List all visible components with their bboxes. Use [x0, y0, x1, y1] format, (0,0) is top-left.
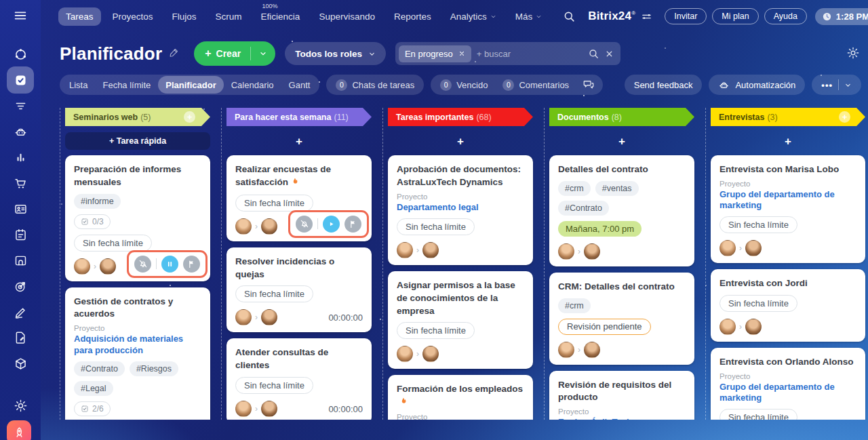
- task-card[interactable]: Entrevista con Marisa LoboProyectoGrupo …: [711, 155, 865, 263]
- sliders-icon[interactable]: [641, 11, 652, 22]
- edit-pin-icon[interactable]: [169, 47, 179, 60]
- avatar-assignee[interactable]: [422, 346, 439, 362]
- deadline-chip[interactable]: Sin fecha límite: [74, 235, 152, 252]
- column-header[interactable]: Tareas importantes(68): [388, 108, 533, 126]
- menu-item-supervisando[interactable]: Supervisando: [311, 7, 382, 26]
- board-settings-gear-icon[interactable]: [846, 46, 860, 62]
- deadline-chip[interactable]: Sin fecha límite: [235, 195, 313, 212]
- task-card[interactable]: Gestión de contratos y acuerdosProyectoA…: [65, 287, 210, 420]
- menu-item-tareas[interactable]: Tareas: [58, 7, 101, 26]
- create-dropdown-button[interactable]: [251, 49, 275, 58]
- add-card-button[interactable]: +: [457, 136, 464, 147]
- flag-button[interactable]: [183, 256, 200, 273]
- clear-search-icon[interactable]: [605, 49, 614, 58]
- tab-planificador[interactable]: Planificador: [158, 76, 223, 94]
- automation-button[interactable]: Automatización: [709, 75, 805, 95]
- menu-item-analytics[interactable]: Analytics: [443, 7, 504, 26]
- chevron-down-icon[interactable]: [844, 81, 852, 89]
- sidebar-item-feed[interactable]: [7, 93, 34, 119]
- avatar-creator[interactable]: [74, 258, 90, 275]
- column-header[interactable]: Para hacer esta semana(11): [226, 108, 372, 126]
- avatar-creator[interactable]: [235, 218, 252, 235]
- avatar-creator[interactable]: [235, 309, 252, 325]
- avatar-creator[interactable]: [719, 319, 736, 335]
- sidebar-item-copilot[interactable]: [7, 119, 34, 144]
- tab-chats-de-tareas[interactable]: 0 Chats de tareas: [328, 75, 422, 95]
- project-link[interactable]: Grupo del departamento de marketing: [719, 189, 856, 212]
- pause-timer-button[interactable]: [161, 256, 178, 273]
- avatar-creator[interactable]: [235, 401, 252, 417]
- avatar-creator[interactable]: [558, 243, 574, 260]
- tab-comentarios[interactable]: 0Comentarios: [495, 75, 576, 95]
- deadline-chip[interactable]: Sin fecha límite: [719, 295, 797, 312]
- avatar-assignee[interactable]: [100, 258, 116, 275]
- column-header[interactable]: Entrevistas(3)+: [711, 108, 865, 126]
- flag-button[interactable]: [344, 216, 361, 233]
- sidebar-item-chart[interactable]: [7, 144, 34, 170]
- menu-item-scrum[interactable]: Scrum: [208, 7, 250, 26]
- task-card[interactable]: Preparación de informes mensuales#inform…: [65, 155, 210, 281]
- sidebar-item-settings-gear[interactable]: [7, 393, 34, 418]
- deadline-chip[interactable]: Sin fecha límite: [397, 218, 475, 235]
- column-add-icon[interactable]: +: [184, 111, 195, 123]
- send-feedback-button[interactable]: Send feedback: [625, 75, 703, 95]
- sidebar-item-tasks[interactable]: [7, 66, 34, 94]
- sidebar-item-planner[interactable]: [7, 222, 34, 247]
- roles-filter-dropdown[interactable]: Todos los roles: [285, 42, 386, 65]
- clock-widget[interactable]: 1:28 PM: [815, 8, 868, 25]
- avatar-assignee[interactable]: [261, 218, 277, 235]
- avatar-assignee[interactable]: [745, 319, 762, 335]
- column-add-icon[interactable]: +: [839, 111, 850, 123]
- tab-fecha-límite[interactable]: Fecha límite: [95, 75, 158, 95]
- create-button[interactable]: + Crear: [194, 41, 275, 66]
- project-link[interactable]: Equipo ÁgileTech: [558, 417, 686, 420]
- add-card-button[interactable]: +: [785, 136, 791, 147]
- mi-plan-button[interactable]: Mi plan: [712, 8, 758, 24]
- magnifier-icon[interactable]: [588, 48, 599, 60]
- task-card[interactable]: Formación de los empleadosProyectoFormac…: [388, 375, 533, 420]
- menu-item-eficiencia[interactable]: 100%Eficiencia: [254, 7, 308, 26]
- sidebar-item-marketing-target[interactable]: [7, 273, 34, 299]
- ayuda-button[interactable]: Ayuda: [764, 8, 807, 24]
- menu-item-proyectos[interactable]: Proyectos: [105, 7, 161, 26]
- deadline-chip[interactable]: Sin fecha límite: [235, 285, 313, 302]
- task-card[interactable]: Realizar encuestas de satisfacciónSin fe…: [226, 155, 372, 241]
- deadline-chip[interactable]: Sin fecha límite: [235, 377, 313, 394]
- project-link[interactable]: Departamento legal: [397, 202, 524, 213]
- tab-vencido[interactable]: 0Vencido: [433, 75, 495, 95]
- hamburger-menu-icon[interactable]: [13, 8, 28, 23]
- chip-close-icon[interactable]: [458, 50, 465, 57]
- task-card[interactable]: Resolver incidencias o quejasSin fecha l…: [226, 247, 372, 333]
- sidebar-item-cart[interactable]: [7, 170, 34, 196]
- project-link[interactable]: Grupo del departamento de marketing: [719, 382, 856, 404]
- menu-item-más[interactable]: Más: [508, 7, 550, 26]
- task-card[interactable]: Asignar permisos a la base de conocimien…: [388, 271, 533, 369]
- add-card-button[interactable]: +: [296, 136, 302, 147]
- invitar-button[interactable]: Invitar: [665, 8, 707, 24]
- avatar-creator[interactable]: [397, 242, 413, 258]
- avatar-assignee[interactable]: [261, 309, 277, 325]
- filter-chip-en-progreso[interactable]: En progreso: [399, 45, 471, 62]
- tab-gantt[interactable]: Gantt: [281, 75, 318, 95]
- column-header[interactable]: Documentos(8): [549, 108, 694, 126]
- avatar-assignee[interactable]: [422, 242, 439, 258]
- deadline-chip[interactable]: Mañana, 7:00 pm: [558, 221, 642, 237]
- task-card[interactable]: Entrevista con Orlando AlonsoProyectoGru…: [711, 348, 865, 420]
- quick-task-button[interactable]: + Tarea rápida: [65, 132, 210, 150]
- mute-notifications-button[interactable]: [134, 256, 151, 273]
- avatar-assignee[interactable]: [745, 240, 762, 256]
- search-input[interactable]: [477, 49, 583, 59]
- deadline-chip[interactable]: Sin fecha límite: [719, 409, 797, 420]
- task-card[interactable]: Entrevista con JordiSin fecha límite›: [711, 269, 865, 342]
- tab-lista[interactable]: Lista: [62, 75, 95, 95]
- avatar-creator[interactable]: [558, 342, 574, 358]
- sidebar-item-drive[interactable]: [7, 247, 34, 273]
- sidebar-item-contact-card[interactable]: [7, 196, 34, 222]
- more-actions-button[interactable]: •••: [812, 75, 861, 95]
- avatar-creator[interactable]: [719, 240, 736, 256]
- avatar-assignee[interactable]: [584, 243, 600, 260]
- column-header[interactable]: Seminarios web(5)+: [65, 108, 210, 126]
- sidebar-item-network[interactable]: [7, 41, 34, 67]
- search-filter-box[interactable]: En progreso: [395, 42, 620, 65]
- avatar-assignee[interactable]: [261, 401, 277, 417]
